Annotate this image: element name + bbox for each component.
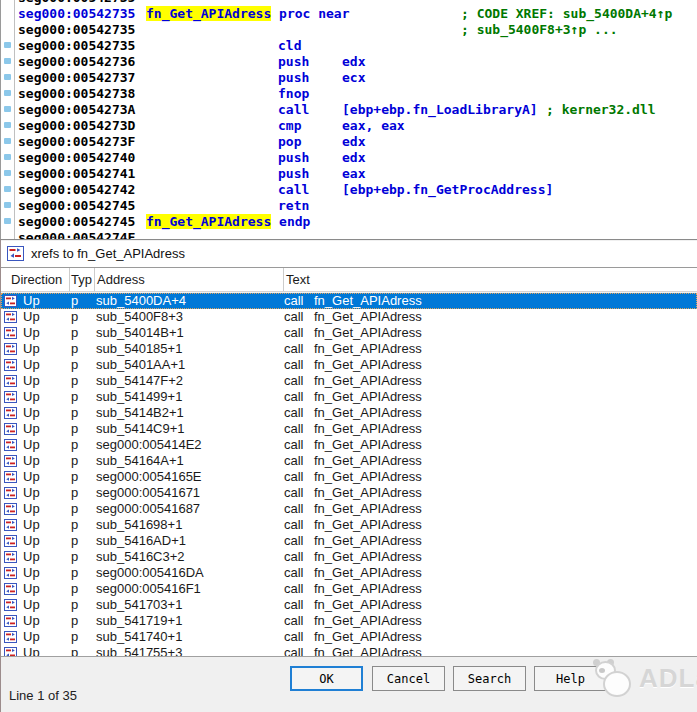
operands: eax, eax bbox=[342, 118, 405, 133]
text-target: fn_Get_APIAdress bbox=[314, 421, 422, 437]
type-cell: p bbox=[71, 469, 78, 485]
disasm-line[interactable]: seg000:00542735; sub_5400F8+3↑p ... bbox=[1, 22, 697, 38]
type-cell: p bbox=[71, 533, 78, 549]
text-mnemonic: call bbox=[284, 597, 304, 613]
search-button[interactable]: Search bbox=[453, 666, 526, 691]
xref-row[interactable]: Uppseg000:00541671callfn_Get_APIAdress bbox=[1, 485, 697, 501]
disasm-line[interactable]: seg000:00542740pushedx bbox=[1, 150, 697, 166]
text-target: fn_Get_APIAdress bbox=[314, 453, 422, 469]
disasm-line[interactable]: seg000:00542736pushedx bbox=[1, 54, 697, 70]
xref-icon bbox=[4, 647, 17, 657]
text-mnemonic: call bbox=[284, 309, 304, 325]
text-mnemonic: call bbox=[284, 645, 304, 657]
xrefs-table[interactable]: Uppsub_5400DA+4callfn_Get_APIAdressUppsu… bbox=[1, 293, 697, 657]
text-mnemonic: call bbox=[284, 565, 304, 581]
xref-row[interactable]: Uppseg000:00541687callfn_Get_APIAdress bbox=[1, 501, 697, 517]
xref-row[interactable]: Uppsub_541719+1callfn_Get_APIAdress bbox=[1, 613, 697, 629]
column-header-typ[interactable]: Typ bbox=[71, 268, 92, 291]
text-target: fn_Get_APIAdress bbox=[314, 389, 422, 405]
disasm-line[interactable]: seg000:00542742call[ebp+ebp.fn_GetProcAd… bbox=[1, 182, 697, 198]
disasm-line[interactable]: seg000:0054273Acall[ebp+ebp.fn_LoadLibra… bbox=[1, 102, 697, 118]
address-cell: sub_54014B+1 bbox=[96, 325, 184, 341]
xref-row[interactable]: Uppsub_5400DA+4callfn_Get_APIAdress bbox=[1, 293, 697, 309]
xref-row[interactable]: Uppsub_541698+1callfn_Get_APIAdress bbox=[1, 517, 697, 533]
text-mnemonic: call bbox=[284, 517, 304, 533]
function-name-wrap: fn_Get_APIAdress proc near bbox=[146, 6, 350, 21]
text-target: fn_Get_APIAdress bbox=[314, 629, 422, 645]
help-button[interactable]: Help bbox=[534, 666, 607, 691]
xref-row[interactable]: Uppsub_54147F+2callfn_Get_APIAdress bbox=[1, 373, 697, 389]
xref-row[interactable]: Uppsub_5414C9+1callfn_Get_APIAdress bbox=[1, 421, 697, 437]
xref-row[interactable]: Uppseg000:005416F1callfn_Get_APIAdress bbox=[1, 581, 697, 597]
text-mnemonic: call bbox=[284, 357, 304, 373]
xref-row[interactable]: Uppsub_541499+1callfn_Get_APIAdress bbox=[1, 389, 697, 405]
xref-row[interactable]: Uppsub_54164A+1callfn_Get_APIAdress bbox=[1, 453, 697, 469]
disasm-line[interactable]: seg000:00542737pushecx bbox=[1, 70, 697, 86]
xref-row[interactable]: Uppseg000:0054165Ecallfn_Get_APIAdress bbox=[1, 469, 697, 485]
inline-comment: ; kerner32.dll bbox=[546, 102, 656, 117]
type-cell: p bbox=[71, 581, 78, 597]
address-cell: sub_5400F8+3 bbox=[96, 309, 183, 325]
xref-row[interactable]: Uppsub_5400F8+3callfn_Get_APIAdress bbox=[1, 309, 697, 325]
text-target: fn_Get_APIAdress bbox=[314, 485, 422, 501]
xref-row[interactable]: Uppsub_5416AD+1callfn_Get_APIAdress bbox=[1, 533, 697, 549]
disasm-line[interactable]: seg000:00542745fn_Get_APIAdress endp bbox=[1, 214, 697, 230]
text-target: fn_Get_APIAdress bbox=[314, 517, 422, 533]
disasm-line[interactable]: seg000:00542738fnop bbox=[1, 86, 697, 102]
column-header-address[interactable]: Address bbox=[97, 268, 145, 291]
text-target: fn_Get_APIAdress bbox=[314, 309, 422, 325]
disasm-line[interactable]: seg000:0054273Fpopedx bbox=[1, 134, 697, 150]
xref-row[interactable]: Uppseg000:005414E2callfn_Get_APIAdress bbox=[1, 437, 697, 453]
type-cell: p bbox=[71, 501, 78, 517]
text-mnemonic: call bbox=[284, 325, 304, 341]
xref-row[interactable]: Uppsub_54014B+1callfn_Get_APIAdress bbox=[1, 325, 697, 341]
disassembly-view[interactable]: seg000:00542735seg000:00542735fn_Get_API… bbox=[0, 0, 697, 239]
address-cell: seg000:00541671 bbox=[96, 485, 200, 501]
type-cell: p bbox=[71, 597, 78, 613]
disasm-address: seg000:00542735 bbox=[18, 38, 135, 53]
address-cell: sub_5400DA+4 bbox=[96, 293, 186, 309]
disasm-address: seg000:00542735 bbox=[18, 22, 135, 37]
xref-row[interactable]: Uppsub_5401AA+1callfn_Get_APIAdress bbox=[1, 357, 697, 373]
xref-row[interactable]: Uppsub_5416C3+2callfn_Get_APIAdress bbox=[1, 549, 697, 565]
column-header-text[interactable]: Text bbox=[286, 268, 310, 291]
mnemonic: retn bbox=[278, 198, 309, 213]
xref-row[interactable]: Uppsub_541755+3callfn_Get_APIAdress bbox=[1, 645, 697, 657]
disasm-line[interactable]: seg000:0054274F bbox=[1, 230, 697, 239]
type-cell: p bbox=[71, 453, 78, 469]
column-separator[interactable] bbox=[94, 268, 95, 291]
xref-row[interactable]: Uppsub_541703+1callfn_Get_APIAdress bbox=[1, 597, 697, 613]
direction-cell: Up bbox=[23, 453, 40, 469]
text-target: fn_Get_APIAdress bbox=[314, 405, 422, 421]
mnemonic: pop bbox=[278, 134, 301, 149]
disasm-address: seg000:00542735 bbox=[18, 0, 135, 5]
xref-row[interactable]: Uppsub_540185+1callfn_Get_APIAdress bbox=[1, 341, 697, 357]
highlighted-function-name[interactable]: fn_Get_APIAdress bbox=[146, 6, 271, 21]
xref-row[interactable]: Uppseg000:005416DAcallfn_Get_APIAdress bbox=[1, 565, 697, 581]
column-separator[interactable] bbox=[69, 268, 70, 291]
address-cell: sub_541703+1 bbox=[96, 597, 182, 613]
disasm-line[interactable]: seg000:0054273Dcmpeax, eax bbox=[1, 118, 697, 134]
text-mnemonic: call bbox=[284, 533, 304, 549]
xref-row[interactable]: Uppsub_5414B2+1callfn_Get_APIAdress bbox=[1, 405, 697, 421]
text-mnemonic: call bbox=[284, 549, 304, 565]
disasm-address: seg000:00542735 bbox=[18, 6, 135, 21]
address-cell: sub_5414B2+1 bbox=[96, 405, 184, 421]
column-header-direction[interactable]: Direction bbox=[11, 268, 62, 291]
disasm-line[interactable]: seg000:00542735cld bbox=[1, 38, 697, 54]
disasm-line[interactable]: seg000:00542741pusheax bbox=[1, 166, 697, 182]
direction-cell: Up bbox=[23, 325, 40, 341]
ok-button[interactable]: OK bbox=[290, 666, 363, 691]
direction-cell: Up bbox=[23, 421, 40, 437]
disasm-line[interactable]: seg000:00542735fn_Get_APIAdress proc nea… bbox=[1, 6, 697, 22]
cancel-button[interactable]: Cancel bbox=[372, 666, 445, 691]
operands: eax bbox=[342, 166, 365, 181]
highlighted-function-name[interactable]: fn_Get_APIAdress bbox=[146, 214, 271, 229]
disasm-address: seg000:0054273D bbox=[18, 118, 135, 133]
disasm-address: seg000:00542736 bbox=[18, 54, 135, 69]
mnemonic: call bbox=[278, 182, 309, 197]
disasm-line[interactable]: seg000:00542745retn bbox=[1, 198, 697, 214]
xref-row[interactable]: Uppsub_541740+1callfn_Get_APIAdress bbox=[1, 629, 697, 645]
address-cell: seg000:005416F1 bbox=[96, 581, 201, 597]
column-separator[interactable] bbox=[283, 268, 284, 291]
